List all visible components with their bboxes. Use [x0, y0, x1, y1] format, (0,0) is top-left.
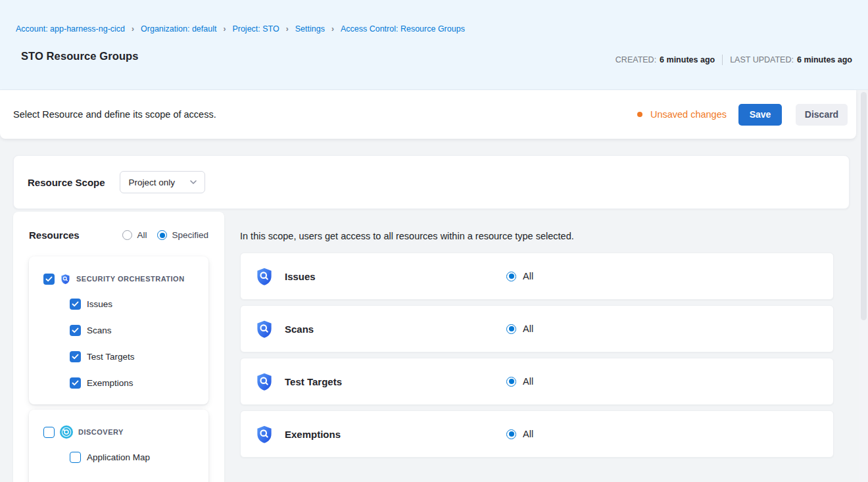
meta-divider [722, 55, 723, 65]
resource-row-test-targets: Test Targets All [240, 358, 834, 405]
checkbox-application-map[interactable] [70, 452, 81, 463]
resources-panel-header: Resources All Specified [13, 212, 224, 241]
breadcrumb-project[interactable]: Project: STO [232, 24, 279, 34]
created-label: CREATED: [615, 55, 656, 64]
discovery-icon [60, 425, 73, 439]
tree-item-test-targets: Test Targets [29, 343, 208, 370]
resource-group-card-security-orchestration: SECURITY ORCHESTRATION Issues Scans Test… [29, 256, 208, 404]
checkbox-exemptions[interactable] [70, 377, 81, 389]
radio-all-circle-icon[interactable] [122, 230, 132, 240]
access-radio-all[interactable]: All [506, 376, 533, 387]
check-icon [72, 354, 79, 360]
breadcrumb-organization[interactable]: Organization: default [141, 24, 216, 34]
chevron-down-icon [189, 180, 197, 185]
tree-item-exemptions: Exemptions [29, 370, 208, 396]
access-radio-all[interactable]: All [506, 429, 533, 439]
radio-all[interactable]: All [122, 230, 147, 240]
group-name: DISCOVERY [78, 428, 124, 436]
sto-shield-icon [254, 424, 274, 445]
tree-item-label: Application Map [87, 452, 150, 462]
access-label: All [523, 376, 533, 387]
tree-item-label: Scans [87, 325, 112, 335]
resources-title: Resources [29, 229, 80, 241]
radio-specified[interactable]: Specified [157, 230, 208, 240]
last-updated-label: LAST UPDATED: [730, 55, 794, 64]
save-button[interactable]: Save [738, 104, 782, 126]
chevron-right-icon: › [132, 24, 134, 34]
page-header: Account: app-harness-ng-cicd › Organizat… [0, 0, 868, 90]
scrollbar-thumb[interactable] [861, 92, 867, 320]
checkbox-security-orchestration[interactable] [43, 274, 55, 285]
discard-button[interactable]: Discard [796, 104, 848, 126]
check-icon [72, 380, 79, 386]
breadcrumb: Account: app-harness-ng-cicd › Organizat… [16, 24, 465, 34]
access-label: All [523, 429, 533, 439]
access-label: All [523, 324, 533, 334]
access-label: All [523, 271, 533, 281]
resource-scope-card: Resource Scope Project only [13, 155, 850, 209]
group-header: SECURITY ORCHESTRATION [29, 267, 208, 291]
toolbar-actions: Unsaved changes Save Discard [637, 104, 848, 126]
checkbox-scans[interactable] [70, 325, 81, 336]
resource-group-card-discovery: DISCOVERY Application Map [29, 410, 208, 482]
scrollbar-track[interactable] [859, 90, 868, 482]
chevron-right-icon: › [286, 24, 289, 34]
sto-shield-icon [60, 274, 71, 285]
chevron-right-icon: › [331, 24, 334, 34]
access-radio-all[interactable]: All [506, 271, 533, 281]
scope-description: In this scope, users get access to all r… [240, 231, 574, 241]
resource-row-issues: Issues All [240, 253, 834, 300]
sto-shield-icon [254, 266, 274, 287]
checkbox-issues[interactable] [70, 299, 81, 310]
action-toolbar: Select Resource and define its scope of … [0, 90, 856, 139]
resources-panel: Resources All Specified [13, 212, 224, 482]
page-title: STO Resource Groups [21, 50, 139, 62]
radio-selected-icon[interactable] [506, 272, 516, 281]
breadcrumb-account[interactable]: Account: app-harness-ng-cicd [16, 24, 125, 34]
resource-scope-label: Resource Scope [28, 177, 105, 188]
unsaved-changes-label: Unsaved changes [650, 109, 727, 120]
radio-selected-icon[interactable] [506, 324, 516, 334]
tree-item-issues: Issues [29, 291, 208, 317]
tree-item-application-map: Application Map [29, 444, 208, 470]
sto-shield-icon [254, 319, 274, 339]
resource-scope-value: Project only [129, 178, 189, 187]
resource-row-title: Test Targets [285, 376, 342, 387]
check-icon [72, 327, 79, 333]
radio-selected-icon[interactable] [506, 377, 516, 387]
resource-row-exemptions: Exemptions All [240, 410, 834, 458]
resource-row-title: Issues [285, 271, 316, 282]
tree-item-label: Issues [87, 299, 112, 309]
breadcrumb-access-control[interactable]: Access Control: Resource Groups [341, 24, 465, 34]
resource-row-title: Scans [285, 324, 314, 335]
radio-specified-label: Specified [172, 230, 208, 240]
check-icon [72, 301, 79, 307]
last-updated-value: 6 minutes ago [797, 55, 852, 64]
toolbar-description: Select Resource and define its scope of … [13, 109, 216, 120]
access-radio-all[interactable]: All [506, 324, 533, 334]
resource-scope-select[interactable]: Project only [120, 171, 205, 193]
checkbox-discovery[interactable] [43, 427, 55, 438]
radio-specified-circle-icon[interactable] [157, 230, 167, 240]
unsaved-dot-icon [637, 112, 642, 117]
resources-mode-radio-group: All Specified [122, 230, 208, 240]
timestamps: CREATED: 6 minutes ago LAST UPDATED: 6 m… [615, 55, 852, 65]
radio-all-label: All [137, 230, 147, 240]
checkbox-test-targets[interactable] [70, 351, 81, 362]
created-value: 6 minutes ago [660, 55, 715, 64]
sto-shield-icon [254, 372, 274, 392]
group-header: DISCOVERY [29, 420, 208, 444]
group-name: SECURITY ORCHESTRATION [76, 275, 185, 283]
tree-item-scans: Scans [29, 317, 208, 343]
resource-row-scans: Scans All [240, 305, 834, 352]
tree-item-label: Test Targets [87, 352, 135, 362]
tree-item-label: Exemptions [87, 378, 133, 388]
breadcrumb-settings[interactable]: Settings [295, 24, 325, 34]
radio-selected-icon[interactable] [506, 429, 516, 439]
resource-row-title: Exemptions [285, 429, 341, 440]
chevron-right-icon: › [223, 24, 226, 34]
check-icon [45, 276, 53, 282]
